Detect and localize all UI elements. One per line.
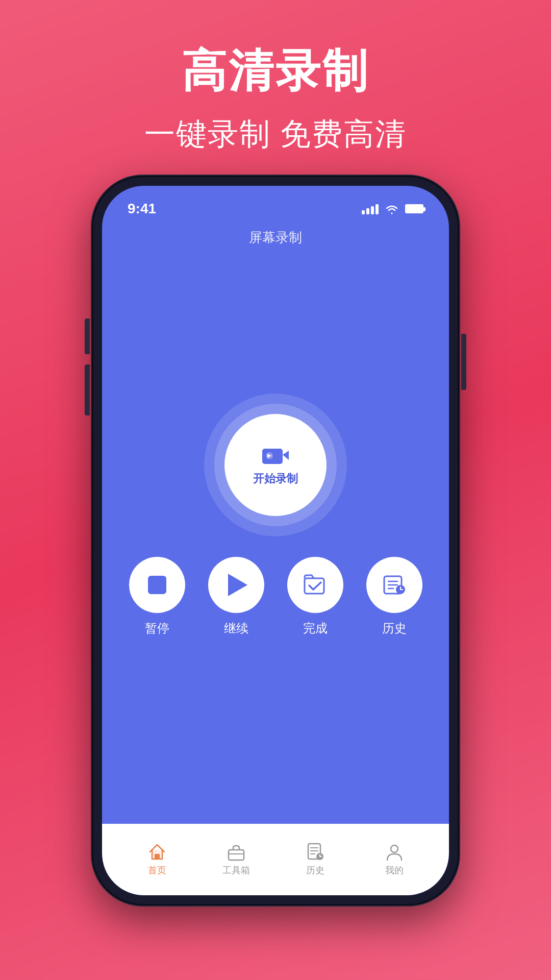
signal-bar-3: [371, 206, 374, 214]
action-buttons-row: 暂停 继续: [102, 536, 449, 652]
action-btn-pause[interactable]: 暂停: [129, 557, 185, 636]
user-nav-icon: [385, 843, 404, 861]
toolbox-nav-icon: [227, 843, 245, 861]
volume-up-button: [85, 318, 90, 354]
svg-rect-12: [155, 854, 160, 859]
nav-item-history[interactable]: 历史: [276, 843, 355, 876]
signal-bar-1: [362, 210, 365, 214]
nav-label-user: 我的: [385, 864, 404, 876]
stop-icon: [148, 576, 166, 594]
svg-rect-13: [229, 850, 244, 860]
action-btn-history[interactable]: 历史: [366, 557, 422, 636]
record-outer-ring: 开始录制: [204, 394, 347, 536]
check-folder-icon: [304, 574, 327, 596]
svg-point-22: [391, 845, 398, 852]
battery-icon: [405, 204, 423, 213]
phone-screen: 9:41: [102, 186, 449, 895]
action-btn-circle-pause: [129, 557, 185, 613]
status-icons: [362, 203, 423, 214]
history-nav-icon: [306, 843, 324, 861]
app-title-text: 屏幕录制: [249, 230, 302, 245]
screen-content: 开始录制 暂停: [102, 252, 449, 824]
power-button: [461, 334, 466, 390]
record-label: 开始录制: [253, 471, 298, 486]
nav-label-history: 历史: [306, 864, 324, 876]
phone-mockup: 9:41: [92, 176, 459, 905]
action-btn-circle-history: [366, 557, 422, 613]
home-nav-icon: [148, 843, 166, 861]
bottom-nav: 首页 工具箱: [102, 824, 449, 895]
camera-icon: [261, 444, 290, 467]
status-time: 9:41: [128, 201, 156, 217]
action-btn-continue[interactable]: 继续: [208, 557, 264, 636]
nav-label-home: 首页: [148, 864, 166, 876]
wifi-icon: [385, 203, 399, 214]
signal-bar-4: [375, 204, 379, 214]
record-inner-circle[interactable]: 开始录制: [224, 414, 327, 516]
svg-rect-4: [305, 578, 324, 594]
record-button-container[interactable]: 开始录制: [204, 394, 347, 536]
nav-item-toolbox[interactable]: 工具箱: [196, 843, 276, 876]
main-title: 高清录制: [0, 41, 551, 102]
app-titlebar: 屏幕录制: [102, 222, 449, 252]
history-clock-icon: [383, 574, 406, 596]
action-btn-circle-continue: [208, 557, 264, 613]
header-section: 高清录制 一键录制 免费高清: [0, 0, 551, 170]
action-btn-circle-complete: [287, 557, 343, 613]
page-background: 高清录制 一键录制 免费高清 9:41: [0, 0, 551, 980]
nav-item-user[interactable]: 我的: [355, 843, 434, 876]
status-bar: 9:41: [102, 186, 449, 222]
volume-down-button: [85, 364, 90, 415]
action-btn-complete[interactable]: 完成: [287, 557, 343, 636]
sub-title: 一键录制 免费高清: [0, 114, 551, 155]
nav-label-toolbox: 工具箱: [222, 864, 250, 876]
action-btn-label-continue: 继续: [224, 620, 248, 636]
action-btn-label-history: 历史: [382, 620, 407, 636]
nav-item-home[interactable]: 首页: [117, 843, 196, 876]
play-icon: [228, 574, 247, 596]
svg-marker-1: [283, 451, 289, 460]
signal-bar-2: [366, 208, 369, 214]
action-btn-label-pause: 暂停: [145, 620, 169, 636]
signal-bars: [362, 203, 379, 214]
action-btn-label-complete: 完成: [303, 620, 328, 636]
